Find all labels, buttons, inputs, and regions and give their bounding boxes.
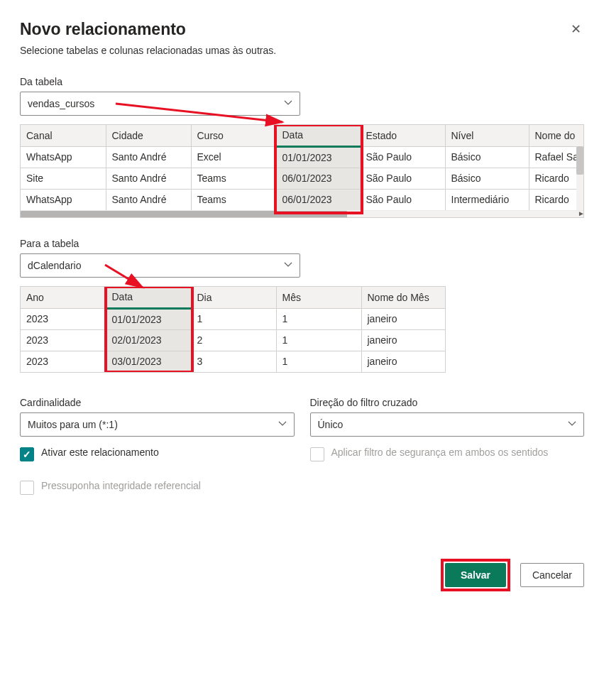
cell: Santo André [106, 189, 191, 210]
dialog-subtitle: Selecione tabelas e colunas relacionadas… [20, 45, 584, 56]
col-nome[interactable]: Nome do [529, 125, 583, 146]
cell: WhatsApp [21, 146, 106, 168]
col-curso[interactable]: Curso [191, 125, 276, 146]
col-canal[interactable]: Canal [21, 125, 106, 146]
from-table-value: vendas_cursos [28, 98, 94, 109]
to-table-dropdown[interactable]: dCalendario [20, 253, 300, 278]
cell: Rafael Sa [529, 146, 583, 168]
to-table-value: dCalendario [28, 260, 82, 271]
crossfilter-label: Direção do filtro cruzado [310, 397, 585, 408]
table-row: WhatsApp Santo André Teams 06/01/2023 Sã… [21, 189, 583, 210]
cell: 3 [191, 351, 276, 372]
table-row: 2023 03/01/2023 3 1 janeiro [21, 351, 445, 372]
table-row: Site Santo André Teams 06/01/2023 São Pa… [21, 168, 583, 189]
cell: Básico [445, 146, 529, 168]
cell: 03/01/2023 [106, 351, 191, 372]
col-dia[interactable]: Dia [191, 287, 276, 308]
cardinality-label: Cardinalidade [20, 397, 295, 408]
cardinality-dropdown[interactable]: Muitos para um (*:1) [20, 412, 295, 437]
cell: Ricardo [529, 168, 583, 189]
cell: 2023 [21, 329, 106, 351]
crossfilter-dropdown[interactable]: Único [310, 412, 585, 437]
cell: WhatsApp [21, 189, 106, 210]
crossfilter-value: Único [318, 419, 344, 430]
cell: Básico [445, 168, 529, 189]
cell: 01/01/2023 [276, 146, 360, 168]
cell: 1 [276, 329, 361, 351]
table-header-row: Ano Data Dia Mês Nome do Mês [21, 287, 445, 308]
table-row: 2023 02/01/2023 2 1 janeiro [21, 329, 445, 351]
cardinality-value: Muitos para um (*:1) [28, 419, 118, 430]
from-table-dropdown[interactable]: vendas_cursos [20, 92, 300, 116]
cell: 2023 [21, 351, 106, 372]
cell: 02/01/2023 [106, 329, 191, 351]
cell: Santo André [106, 168, 191, 189]
col-cidade[interactable]: Cidade [106, 125, 191, 146]
cell: janeiro [361, 308, 445, 329]
cell: 01/01/2023 [106, 308, 191, 329]
cell: 1 [276, 351, 361, 372]
from-table-label: Da tabela [20, 76, 584, 87]
cell: janeiro [361, 329, 445, 351]
referential-integrity-checkbox [20, 481, 34, 495]
table-header-row: Canal Cidade Curso Data Estado Nível Nom… [21, 125, 583, 146]
dialog-title: Novo relacionamento [20, 20, 186, 39]
col-data[interactable]: Data [106, 287, 191, 308]
chevron-down-icon [284, 98, 292, 109]
cell: São Paulo [360, 146, 445, 168]
cell: Teams [191, 189, 276, 210]
security-filter-checkbox [310, 447, 324, 461]
col-ano[interactable]: Ano [21, 287, 106, 308]
col-estado[interactable]: Estado [360, 125, 445, 146]
from-table-preview: Canal Cidade Curso Data Estado Nível Nom… [20, 124, 584, 218]
referential-integrity-label: Pressuponha integridade referencial [41, 480, 201, 491]
col-nome-mes[interactable]: Nome do Mês [361, 287, 445, 308]
security-filter-label: Aplicar filtro de segurança em ambos os … [331, 447, 549, 458]
activate-relationship-label: Ativar este relacionamento [41, 447, 159, 458]
to-table-label: Para a tabela [20, 238, 584, 249]
table-row: WhatsApp Santo André Excel 01/01/2023 Sã… [21, 146, 583, 168]
cell: Santo André [106, 146, 191, 168]
cell: São Paulo [360, 189, 445, 210]
cell: 1 [191, 308, 276, 329]
cell: 06/01/2023 [276, 168, 360, 189]
chevron-down-icon [568, 419, 576, 430]
to-table-preview: Ano Data Dia Mês Nome do Mês 2023 01/01/… [20, 286, 446, 373]
cancel-button[interactable]: Cancelar [520, 563, 584, 587]
horizontal-scrollbar[interactable]: ◄► [21, 210, 583, 217]
col-mes[interactable]: Mês [276, 287, 361, 308]
cell: Ricardo [529, 189, 583, 210]
table-row: 2023 01/01/2023 1 1 janeiro [21, 308, 445, 329]
activate-relationship-checkbox[interactable] [20, 447, 34, 461]
cell: 06/01/2023 [276, 189, 360, 210]
cell: 2 [191, 329, 276, 351]
chevron-down-icon [278, 419, 287, 430]
cell: Teams [191, 168, 276, 189]
col-nivel[interactable]: Nível [445, 125, 529, 146]
cell: Excel [191, 146, 276, 168]
vertical-scrollbar[interactable] [576, 146, 583, 210]
cell: janeiro [361, 351, 445, 372]
cell: 1 [276, 308, 361, 329]
cell: São Paulo [360, 168, 445, 189]
col-data[interactable]: Data [276, 125, 360, 146]
cell: Site [21, 168, 106, 189]
chevron-down-icon [284, 260, 292, 271]
cell: 2023 [21, 308, 106, 329]
cell: Intermediário [445, 189, 529, 210]
save-button[interactable]: Salvar [445, 563, 506, 587]
close-icon[interactable]: ✕ [568, 20, 584, 38]
